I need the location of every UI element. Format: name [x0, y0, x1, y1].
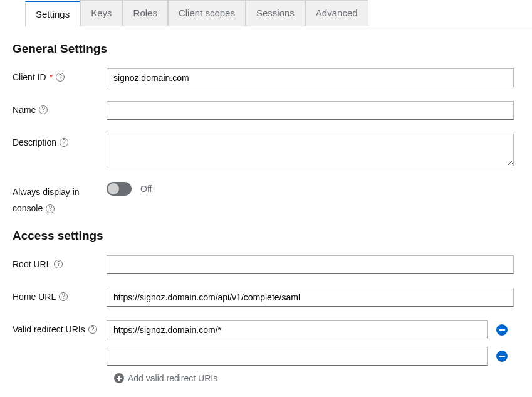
name-label-text: Name	[13, 105, 36, 115]
tab-list: Settings Keys Roles Client scopes Sessio…	[25, 0, 532, 26]
general-settings-heading: General Settings	[13, 42, 519, 56]
client-id-label-text: Client ID	[13, 72, 46, 82]
always-display-label-line2: console	[13, 202, 43, 215]
tab-settings[interactable]: Settings	[25, 1, 80, 26]
toggle-state-label: Off	[140, 184, 152, 194]
help-icon[interactable]: ?	[39, 105, 48, 114]
tab-advanced[interactable]: Advanced	[305, 0, 368, 26]
name-label: Name ?	[13, 101, 107, 115]
description-input[interactable]	[107, 134, 514, 166]
help-icon[interactable]: ?	[54, 260, 63, 268]
client-id-input[interactable]	[107, 68, 514, 87]
access-settings-heading: Access settings	[13, 229, 519, 243]
add-redirect-uri-link[interactable]: Add valid redirect URIs	[107, 373, 514, 383]
remove-uri-icon[interactable]	[496, 324, 508, 336]
tab-roles[interactable]: Roles	[123, 0, 168, 26]
toggle-knob	[108, 183, 119, 194]
help-icon[interactable]: ?	[59, 292, 68, 301]
plus-icon	[114, 373, 124, 383]
always-display-toggle[interactable]	[107, 182, 132, 196]
help-icon[interactable]: ?	[88, 325, 97, 334]
remove-uri-icon[interactable]	[496, 351, 508, 362]
home-url-input[interactable]	[107, 288, 514, 307]
tab-client-scopes[interactable]: Client scopes	[168, 0, 246, 26]
root-url-label-text: Root URL	[13, 259, 51, 269]
add-redirect-uri-text: Add valid redirect URIs	[128, 373, 217, 383]
valid-redirect-uris-label: Valid redirect URIs ?	[13, 320, 107, 334]
description-label-text: Description	[13, 137, 56, 147]
always-display-label-line1: Always display in	[13, 186, 107, 199]
help-icon[interactable]: ?	[60, 138, 68, 147]
redirect-uri-input-1[interactable]	[107, 347, 488, 366]
required-indicator: *	[50, 72, 53, 82]
help-icon[interactable]: ?	[46, 204, 55, 213]
tab-sessions[interactable]: Sessions	[246, 0, 305, 26]
tab-keys[interactable]: Keys	[80, 0, 122, 26]
name-input[interactable]	[107, 101, 514, 120]
home-url-label: Home URL ?	[13, 288, 107, 302]
description-label: Description ?	[13, 134, 107, 147]
valid-redirect-uris-label-text: Valid redirect URIs	[13, 324, 85, 334]
home-url-label-text: Home URL	[13, 292, 56, 302]
root-url-input[interactable]	[107, 255, 514, 274]
help-icon[interactable]: ?	[56, 73, 65, 82]
client-id-label: Client ID * ?	[13, 68, 107, 82]
root-url-label: Root URL ?	[13, 255, 107, 269]
always-display-label: Always display in console ?	[13, 182, 107, 215]
redirect-uri-input-0[interactable]	[107, 320, 488, 339]
